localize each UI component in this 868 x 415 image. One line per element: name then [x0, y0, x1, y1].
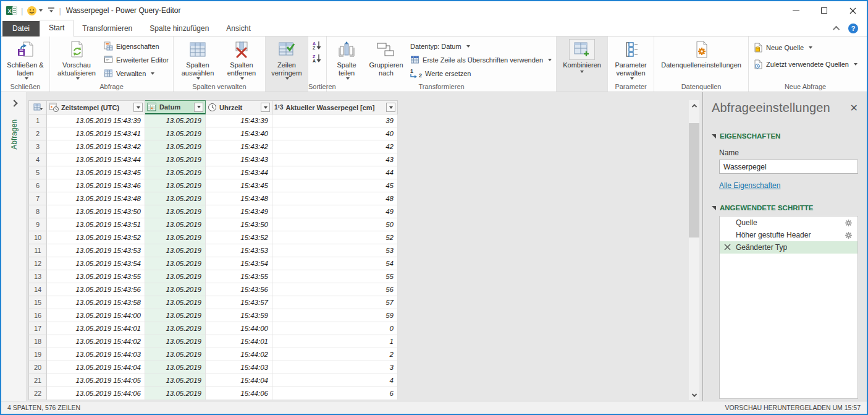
row-number[interactable]: 13: [28, 270, 47, 283]
cell-zeitstempel[interactable]: 13.05.2019 15:43:39: [47, 114, 145, 127]
column-header-wasserpegel[interactable]: 1²3 Aktueller Wasserpegel [cm]: [272, 100, 398, 114]
tab-datei[interactable]: Datei: [2, 21, 40, 36]
cell-zeitstempel[interactable]: 13.05.2019 15:44:01: [47, 322, 145, 335]
zuletzt-verwendete-quellen-button[interactable]: Zuletzt verwendete Quellen: [751, 58, 860, 71]
zeilen-verringern-button[interactable]: Zeilen verringern: [268, 38, 306, 81]
tab-ansicht[interactable]: Ansicht: [217, 21, 259, 36]
cell-zeitstempel[interactable]: 13.05.2019 15:44:03: [47, 348, 145, 361]
row-number[interactable]: 9: [28, 218, 47, 231]
cell-datum[interactable]: 13.05.2019: [145, 283, 206, 296]
cell-wasserpegel[interactable]: 40: [272, 127, 398, 140]
close-button[interactable]: [838, 1, 867, 20]
row-number[interactable]: 10: [28, 231, 47, 244]
cell-wasserpegel[interactable]: 3: [272, 361, 398, 374]
tab-start[interactable]: Start: [40, 20, 74, 36]
cell-datum[interactable]: 13.05.2019: [145, 192, 206, 205]
cell-datum[interactable]: 13.05.2019: [145, 374, 206, 387]
row-number[interactable]: 18: [28, 335, 47, 348]
cell-wasserpegel[interactable]: 56: [272, 283, 398, 296]
cell-wasserpegel[interactable]: 59: [272, 309, 398, 322]
cell-zeitstempel[interactable]: 13.05.2019 15:43:56: [47, 283, 145, 296]
cell-wasserpegel[interactable]: 57: [272, 296, 398, 309]
cell-zeitstempel[interactable]: 13.05.2019 15:43:41: [47, 127, 145, 140]
cell-datum[interactable]: 13.05.2019: [145, 348, 206, 361]
neue-quelle-button[interactable]: Neue Quelle: [751, 41, 860, 54]
cell-zeitstempel[interactable]: 13.05.2019 15:43:55: [47, 270, 145, 283]
cell-zeitstempel[interactable]: 13.05.2019 15:43:48: [47, 192, 145, 205]
collapse-ribbon-button[interactable]: [835, 26, 840, 31]
cell-datum[interactable]: 13.05.2019: [145, 309, 206, 322]
cell-wasserpegel[interactable]: 39: [272, 114, 398, 127]
gear-icon[interactable]: [845, 219, 853, 227]
cell-zeitstempel[interactable]: 13.05.2019 15:43:58: [47, 296, 145, 309]
row-number[interactable]: 19: [28, 348, 47, 361]
row-number[interactable]: 6: [28, 179, 47, 192]
row-number[interactable]: 17: [28, 322, 47, 335]
cell-datum[interactable]: 13.05.2019: [145, 114, 206, 127]
column-header-uhrzeit[interactable]: Uhrzeit: [206, 100, 272, 114]
cell-datum[interactable]: 13.05.2019: [145, 270, 206, 283]
eigenschaften-button[interactable]: Eigenschaften: [101, 40, 171, 53]
cell-datum[interactable]: 13.05.2019: [145, 179, 206, 192]
cell-uhrzeit[interactable]: 15:43:42: [206, 140, 272, 153]
vorschau-aktualisieren-button[interactable]: Vorschau aktualisieren: [52, 38, 101, 81]
cell-uhrzeit[interactable]: 15:43:43: [206, 153, 272, 166]
row-number[interactable]: 4: [28, 153, 47, 166]
filter-dropdown-button[interactable]: [133, 103, 143, 112]
row-number[interactable]: 1: [28, 114, 47, 127]
cell-datum[interactable]: 13.05.2019: [145, 244, 206, 257]
cell-wasserpegel[interactable]: 49: [272, 205, 398, 218]
cell-wasserpegel[interactable]: 1: [272, 335, 398, 348]
cell-wasserpegel[interactable]: 43: [272, 153, 398, 166]
datenquelleneinstellungen-button[interactable]: Datenquelleneinstellungen: [656, 38, 746, 81]
row-number[interactable]: 8: [28, 205, 47, 218]
cell-zeitstempel[interactable]: 13.05.2019 15:43:53: [47, 244, 145, 257]
cell-datum[interactable]: 13.05.2019: [145, 296, 206, 309]
queries-pane-label[interactable]: Abfragen: [10, 119, 19, 150]
cell-datum[interactable]: 13.05.2019: [145, 387, 206, 400]
tab-transformieren[interactable]: Transformieren: [74, 21, 141, 36]
row-number[interactable]: 20: [28, 361, 47, 374]
cell-datum[interactable]: 13.05.2019: [145, 140, 206, 153]
gear-icon[interactable]: [845, 231, 853, 239]
cell-uhrzeit[interactable]: 15:43:55: [206, 270, 272, 283]
vertical-scrollbar[interactable]: [689, 100, 699, 400]
cell-wasserpegel[interactable]: 2: [272, 348, 398, 361]
step-quelle[interactable]: Quelle: [720, 216, 857, 229]
expand-queries-button[interactable]: [12, 92, 17, 106]
row-number[interactable]: 12: [28, 257, 47, 270]
row-number[interactable]: 3: [28, 140, 47, 153]
kombinieren-button[interactable]: Kombinieren: [558, 38, 605, 81]
select-all-corner-button[interactable]: [28, 100, 47, 114]
all-properties-link[interactable]: Alle Eigenschaften: [719, 181, 780, 190]
properties-section-header[interactable]: EIGENSCHAFTEN: [712, 132, 858, 140]
filter-dropdown-button[interactable]: [194, 103, 203, 112]
cell-uhrzeit[interactable]: 15:44:00: [206, 322, 272, 335]
cell-zeitstempel[interactable]: 13.05.2019 15:43:50: [47, 205, 145, 218]
erste-zeile-als-ueberschriften-button[interactable]: Erste Zeile als Überschriften verwenden: [408, 53, 554, 66]
cell-uhrzeit[interactable]: 15:44:04: [206, 374, 272, 387]
cell-uhrzeit[interactable]: 15:43:39: [206, 114, 272, 127]
row-number[interactable]: 7: [28, 192, 47, 205]
row-number[interactable]: 21: [28, 374, 47, 387]
maximize-button[interactable]: [810, 1, 838, 20]
cell-uhrzeit[interactable]: 15:43:54: [206, 257, 272, 270]
scroll-up-button[interactable]: [689, 100, 699, 111]
panel-close-button[interactable]: ✕: [850, 103, 858, 113]
minimize-button[interactable]: [782, 1, 810, 20]
cell-datum[interactable]: 13.05.2019: [145, 361, 206, 374]
cell-datum[interactable]: 13.05.2019: [145, 218, 206, 231]
parameter-verwalten-button[interactable]: Parameter verwalten: [610, 38, 652, 81]
step-hoeher-gestufte-header[interactable]: Höher gestufte Header: [720, 229, 857, 241]
cell-uhrzeit[interactable]: 15:43:40: [206, 127, 272, 140]
column-header-datum[interactable]: Datum: [145, 100, 206, 114]
cell-uhrzeit[interactable]: 15:43:57: [206, 296, 272, 309]
tab-spalte-hinzufuegen[interactable]: Spalte hinzufügen: [141, 21, 217, 36]
cell-zeitstempel[interactable]: 13.05.2019 15:44:06: [47, 387, 145, 400]
cell-uhrzeit[interactable]: 15:43:53: [206, 244, 272, 257]
column-header-zeitstempel[interactable]: Zeitstempel (UTC): [47, 100, 145, 114]
filter-dropdown-button[interactable]: [261, 103, 270, 112]
cell-zeitstempel[interactable]: 13.05.2019 15:43:54: [47, 257, 145, 270]
quick-access-customize-button[interactable]: [48, 5, 55, 16]
scrollbar-thumb[interactable]: [689, 123, 699, 237]
